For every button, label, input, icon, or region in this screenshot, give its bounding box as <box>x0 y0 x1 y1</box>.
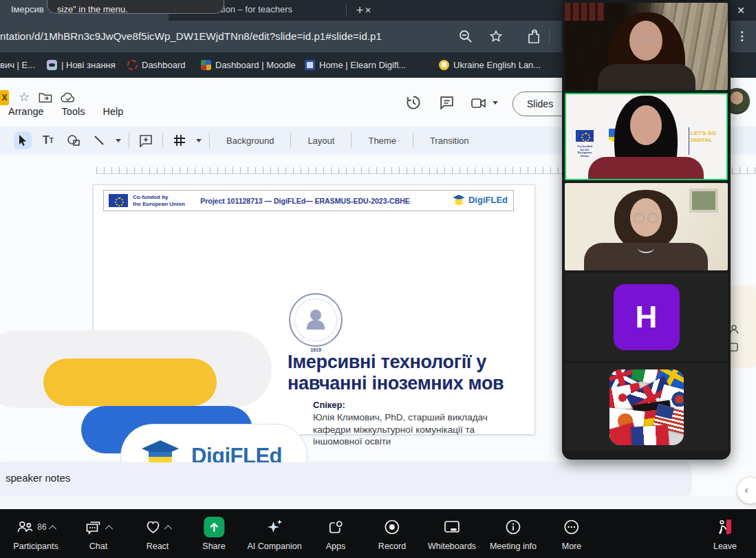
extensions-icon[interactable] <box>526 29 542 45</box>
video-tile-participant-5[interactable] <box>565 363 728 451</box>
toolbar-divider <box>413 133 413 148</box>
decor-yellow-pill <box>43 358 217 406</box>
bookmark-favicon <box>201 60 211 70</box>
video-panel[interactable]: Co-funded by the European Union LET'S GO… <box>562 0 731 460</box>
comments-icon[interactable] <box>438 94 455 111</box>
slide-title: Імерсивні технології у навчанні іноземни… <box>288 352 527 394</box>
bookmark-favicon <box>47 60 57 70</box>
speaker-description: Юлія Климович, PhD, старший викладач каф… <box>313 411 511 448</box>
participants-count: 86 <box>37 522 46 532</box>
browser-menu-icon[interactable]: ⋮ <box>736 29 748 43</box>
cloud-saved-icon[interactable] <box>61 92 76 103</box>
toolbar-divider <box>351 133 352 148</box>
leave-button[interactable]: Leave <box>713 516 737 551</box>
more-icon <box>563 518 581 536</box>
menu-help[interactable]: Help <box>102 106 123 117</box>
speaker-label: Спікер: <box>313 400 345 410</box>
picture-frame-decor <box>689 189 718 213</box>
heart-react-icon <box>144 519 162 535</box>
menu-arrange[interactable]: Arrange <box>8 106 44 117</box>
toolbar-divider <box>209 133 210 148</box>
chevron-up-icon[interactable] <box>164 525 172 533</box>
meeting-toolbar: 86 Participants Chat React <box>0 509 756 558</box>
share-button[interactable]: Share <box>202 516 225 551</box>
video-tile-participant-3[interactable] <box>565 183 728 270</box>
zoom-indicator-icon[interactable] <box>458 29 473 44</box>
more-button[interactable]: More <box>562 516 581 551</box>
star-icon[interactable]: ☆ <box>19 89 30 105</box>
share-screen-icon <box>204 517 224 537</box>
bookmark-item[interactable]: вич | E... <box>0 58 35 71</box>
video-tile-participant-4[interactable]: H <box>565 273 728 361</box>
theme-button[interactable]: Theme <box>359 136 404 146</box>
meeting-info-button[interactable]: Meeting info <box>490 516 537 551</box>
move-folder-icon[interactable] <box>39 92 52 103</box>
menu-bar: Arrange Tools Help <box>8 106 123 117</box>
glasses-decor <box>633 35 658 45</box>
meet-camera-icon[interactable] <box>470 95 488 111</box>
new-tab-button[interactable]: + <box>352 2 368 19</box>
flags-avatar <box>609 369 684 445</box>
bookmark-item[interactable]: | Нові знання <box>47 58 116 71</box>
bookmark-favicon <box>439 60 449 70</box>
grid-view-icon[interactable] <box>171 131 188 149</box>
bookmark-item[interactable]: Home | Elearn Digifl... <box>305 58 406 71</box>
bookmark-item[interactable]: Dashboard | Moodle <box>201 58 296 71</box>
insert-comment-icon[interactable] <box>137 131 155 149</box>
whiteboards-icon <box>442 519 462 535</box>
chevron-up-icon[interactable] <box>105 525 113 533</box>
leave-icon <box>715 518 735 536</box>
shape-tool-icon[interactable] <box>65 131 83 149</box>
eu-caption: Co-funded by the European Union <box>575 145 594 158</box>
toolbar-divider <box>290 133 291 148</box>
video-tile-active-speaker[interactable]: Co-funded by the European Union LET'S GO… <box>565 93 728 180</box>
slide-header-bar: Co-funded by the European Union Project … <box>103 190 514 211</box>
tab-separator <box>346 5 347 16</box>
address-bar[interactable]: ntation/d/1MhBRn3c9JwQve8f5icWp_DW1EWjdT… <box>0 30 382 42</box>
participants-icon <box>16 519 34 535</box>
toolbar-separator <box>549 30 550 43</box>
tab-title: Імерсив <box>11 4 44 14</box>
speaker-notes-panel[interactable]: speaker notes <box>0 462 691 496</box>
transition-button[interactable]: Transition <box>421 136 478 146</box>
lets-go-digital-label: LET'S GO DIGITAL <box>691 130 721 144</box>
record-button[interactable]: Record <box>378 516 406 551</box>
layout-button[interactable]: Layout <box>299 136 343 146</box>
slides-logo: X <box>0 90 9 105</box>
line-tool-icon[interactable] <box>90 131 108 149</box>
bookmark-star-icon[interactable] <box>488 29 504 44</box>
bookmark-item[interactable]: Ukraine English Lan... <box>439 58 541 71</box>
tooltip: size" in the menu. <box>47 0 224 14</box>
select-tool-icon[interactable] <box>14 131 32 149</box>
toolbar-divider <box>129 133 129 148</box>
apps-icon <box>327 519 345 535</box>
chat-icon <box>85 519 103 535</box>
background-button[interactable]: Background <box>217 136 283 146</box>
grid-caret[interactable] <box>196 139 202 142</box>
glasses-decor <box>634 213 658 223</box>
camera-dropdown-caret[interactable] <box>493 101 498 105</box>
apps-button[interactable]: Apps <box>326 516 346 551</box>
ai-companion-button[interactable]: AI Companion <box>247 516 301 551</box>
react-button[interactable]: React <box>144 516 171 551</box>
participants-button[interactable]: 86 Participants <box>13 516 58 551</box>
bookmark-favicon <box>305 60 315 70</box>
bookmark-item[interactable]: Dashboard <box>127 58 186 71</box>
bottom-strip <box>0 496 756 509</box>
menu-tools[interactable]: Tools <box>62 106 85 117</box>
record-icon <box>383 518 401 536</box>
browser-tab-inactive[interactable]: ucation – for teachers ✕ <box>206 0 354 21</box>
window-close-icon[interactable]: ✕ <box>733 3 748 18</box>
chat-button[interactable]: Chat <box>85 516 112 551</box>
bookmark-favicon <box>127 60 138 70</box>
line-tool-caret[interactable] <box>116 139 121 142</box>
speaker-notes-text: speaker notes <box>6 472 70 484</box>
seal-portrait <box>310 310 321 321</box>
video-tile-participant-1[interactable] <box>565 3 728 90</box>
version-history-icon[interactable] <box>404 94 422 111</box>
chevron-up-icon[interactable] <box>49 525 56 533</box>
textbox-tool-icon[interactable]: TT <box>39 131 57 149</box>
whiteboards-button[interactable]: Whiteboards <box>428 516 476 551</box>
project-reference: Project 101128713 — DigiFLEd— ERASMUS-ED… <box>166 197 444 205</box>
ai-companion-icon <box>265 518 284 536</box>
